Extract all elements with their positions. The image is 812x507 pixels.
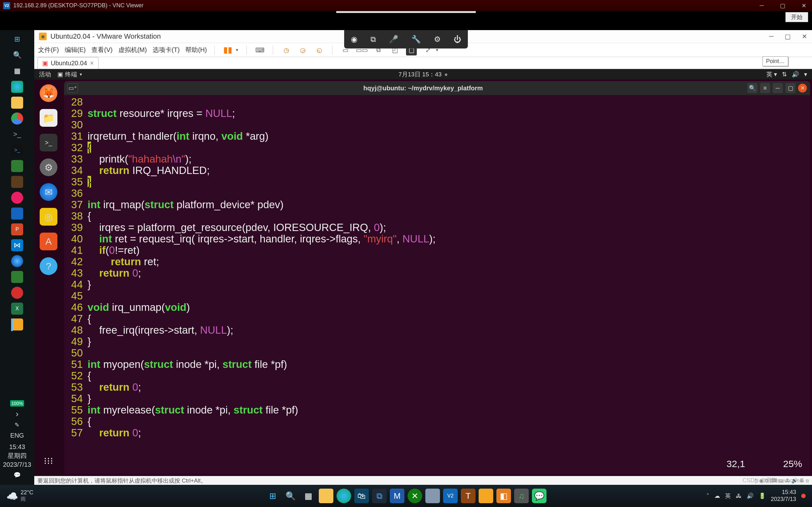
files-icon[interactable]: 📁 xyxy=(40,109,57,127)
terminal-search-button[interactable]: 🔍 xyxy=(747,83,757,93)
win-app1-icon[interactable] xyxy=(11,160,23,172)
vm-sendkeys-icon[interactable]: ⌨ xyxy=(254,45,265,55)
terminal-minimize-button[interactable]: ─ xyxy=(773,83,783,93)
notification-badge[interactable] xyxy=(801,494,806,498)
terminal-menu-button[interactable]: ≡ xyxy=(760,83,770,93)
record-icon[interactable]: ◉ xyxy=(351,35,357,44)
firefox-icon[interactable]: 🦊 xyxy=(40,84,57,102)
win-terminal-icon[interactable]: >_ xyxy=(11,144,23,156)
terminal-dock-icon[interactable]: >_ xyxy=(40,134,57,152)
win-widgets-icon[interactable]: ▦ xyxy=(11,65,23,77)
vm-snapshot-revert-icon[interactable]: ◵ xyxy=(314,45,324,55)
tb-app1-icon[interactable]: ⧉ xyxy=(372,489,387,503)
tb-explorer-icon[interactable] xyxy=(319,489,334,503)
menu-tabs[interactable]: 选项卡(T) xyxy=(153,46,180,54)
win-edge-icon[interactable] xyxy=(11,81,23,93)
terminal-close-button[interactable]: ✕ xyxy=(798,83,807,93)
menu-vm[interactable]: 虚拟机(M) xyxy=(118,46,147,54)
new-tab-button[interactable]: ▭⁺ xyxy=(67,83,78,93)
code-area[interactable]: 2829struct resource* irqres = NULL;3031i… xyxy=(64,95,810,474)
lang-indicator[interactable]: ENG xyxy=(10,431,24,440)
tray-volume-icon[interactable]: 🔊 xyxy=(747,493,754,499)
win-vmware-icon[interactable] xyxy=(11,319,23,331)
volume-icon[interactable]: 🔊 xyxy=(792,71,799,78)
settings-dock-icon[interactable]: ⚙ xyxy=(40,158,57,176)
tb-store-icon[interactable]: 🛍 xyxy=(354,489,369,503)
left-clock[interactable]: 15:43星期四2023/7/13 xyxy=(3,442,32,469)
vnc-minimize-button[interactable]: ─ xyxy=(757,2,766,9)
taskbar-clock[interactable]: 15:432023/7/13 xyxy=(771,489,796,503)
power-icon[interactable]: ⏻ xyxy=(454,35,461,44)
win-chrome-icon[interactable] xyxy=(11,112,23,124)
network-icon[interactable]: ⇅ xyxy=(782,71,787,78)
tb-search-icon[interactable]: 🔍 xyxy=(283,489,298,503)
win-start-icon[interactable]: ⊞ xyxy=(11,33,23,45)
tb-app2-icon[interactable]: M xyxy=(390,489,404,503)
win-app7-icon[interactable] xyxy=(11,287,23,299)
show-apps-icon[interactable]: ⁝⁝⁝ xyxy=(40,452,57,469)
vnc-maximize-button[interactable]: ▢ xyxy=(777,2,788,9)
tray-lang[interactable]: 英 xyxy=(725,492,731,500)
tb-app4-icon[interactable]: ◧ xyxy=(496,489,511,503)
win-app4-icon[interactable] xyxy=(11,208,23,220)
activities-button[interactable]: 活动 xyxy=(39,70,51,78)
win-app2-icon[interactable] xyxy=(11,176,23,188)
battery-indicator[interactable]: 100% xyxy=(10,400,24,406)
win-explorer-icon[interactable] xyxy=(11,97,23,109)
win-vscode-icon[interactable]: ⋈ xyxy=(11,239,23,251)
tray-onedrive-icon[interactable]: ☁ xyxy=(714,493,720,499)
vm-snapshot-manage-icon[interactable]: ◶ xyxy=(297,45,308,55)
software-icon[interactable]: A xyxy=(40,233,57,250)
thunderbird-icon[interactable]: ✉ xyxy=(40,183,57,201)
ime-indicator[interactable]: 英 ▾ xyxy=(766,70,777,78)
power-menu-icon[interactable]: ▾ xyxy=(804,71,807,78)
tb-xbox-icon[interactable]: ✕ xyxy=(408,489,422,503)
settings-icon[interactable]: ⚙ xyxy=(434,35,441,44)
vnc-close-button[interactable]: ✕ xyxy=(799,2,809,9)
menu-view[interactable]: 查看(V) xyxy=(91,46,113,54)
win-excel-icon[interactable]: X xyxy=(11,302,23,315)
vmware-maximize-button[interactable]: ▢ xyxy=(785,33,791,40)
help-icon[interactable]: ? xyxy=(40,257,57,275)
tb-app3-icon[interactable] xyxy=(425,489,440,503)
win-app5-icon[interactable] xyxy=(11,255,23,267)
win-app6-icon[interactable] xyxy=(11,271,23,283)
camera-icon[interactable]: ⧉ xyxy=(370,35,376,44)
win-search-icon[interactable]: 🔍 xyxy=(11,49,23,61)
tb-vmware-taskbar-icon[interactable] xyxy=(478,489,493,503)
rhythmbox-icon[interactable]: ◎ xyxy=(40,208,57,226)
topbar-datetime[interactable]: 7月13日 15：43 ● xyxy=(398,70,448,78)
menu-file[interactable]: 文件(F) xyxy=(38,46,59,54)
terminal-maximize-button[interactable]: ▢ xyxy=(785,83,796,93)
tray-expand-icon[interactable]: ˄ xyxy=(706,493,709,499)
tb-wechat-icon[interactable]: 💬 xyxy=(532,489,547,503)
vm-power-dropdown[interactable]: ▼ xyxy=(235,48,239,52)
menu-edit[interactable]: 编辑(E) xyxy=(65,46,86,54)
topbar-app-indicator[interactable]: ▣ 终端 ▼ xyxy=(57,70,83,78)
start-button[interactable]: 开始 xyxy=(785,12,808,22)
weather-widget[interactable]: ☁️ 22°C雨 xyxy=(6,489,33,503)
menu-help[interactable]: 帮助(H) xyxy=(185,46,207,54)
tb-edge-icon[interactable] xyxy=(337,489,351,503)
vm-snapshot-icon[interactable]: ◷ xyxy=(281,45,292,55)
win-app3-icon[interactable] xyxy=(11,192,23,204)
tb-vnc-icon[interactable]: V2 xyxy=(443,489,458,503)
chat-tray-icon[interactable]: 💬 xyxy=(14,471,20,478)
tray-network-icon[interactable]: 🖧 xyxy=(736,493,742,499)
vmware-close-button[interactable]: ✕ xyxy=(802,33,807,40)
expand-icon[interactable]: › xyxy=(16,409,19,419)
win-ppt-icon[interactable]: P xyxy=(11,223,23,235)
mic-icon[interactable]: 🎤 xyxy=(389,35,398,44)
vm-pause-button[interactable]: ▮▮ xyxy=(222,45,233,55)
tb-text-icon[interactable]: T xyxy=(461,489,475,503)
pen-icon[interactable]: ✎ xyxy=(14,421,19,429)
tb-app5-icon[interactable]: ♫ xyxy=(514,489,529,503)
vm-topbar-handle[interactable] xyxy=(336,11,476,13)
tool-icon[interactable]: 🔧 xyxy=(411,35,421,44)
tb-taskview-icon[interactable]: ▦ xyxy=(301,489,316,503)
tray-battery-icon[interactable]: 🔋 xyxy=(759,493,766,499)
vm-tab-close-icon[interactable]: ✕ xyxy=(90,60,94,66)
vm-tab-ubuntu[interactable]: ▣ Ubuntu20.04 ✕ xyxy=(38,57,99,69)
win-cmd-icon[interactable]: >_ xyxy=(11,128,23,140)
vmware-minimize-button[interactable]: ─ xyxy=(769,33,774,40)
